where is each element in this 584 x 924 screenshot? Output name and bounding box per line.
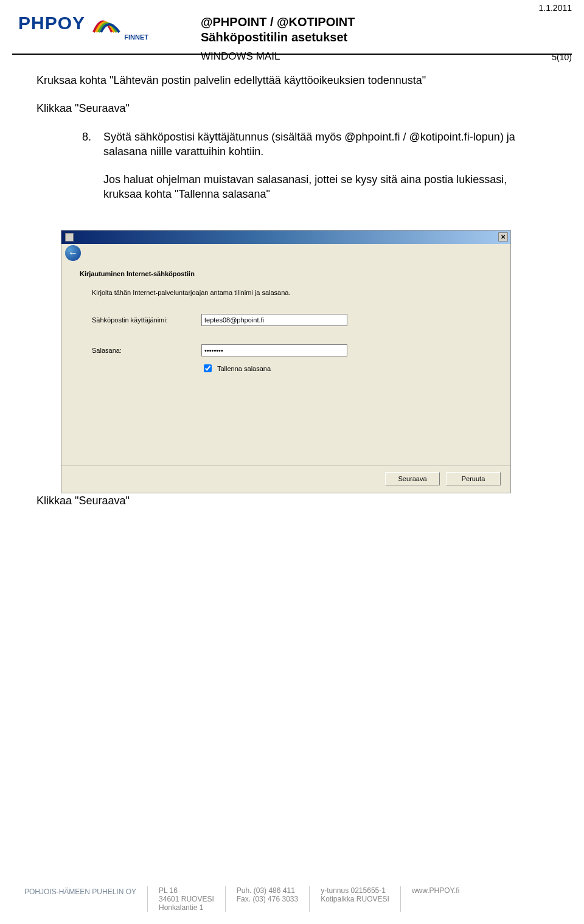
paragraph-after-wizard: Klikkaa "Seuraava" <box>36 493 548 508</box>
paragraph-1: Kruksaa kohta "Lähtevän postin palvelin … <box>36 73 548 88</box>
remember-label: Tallenna salasana <box>217 364 271 373</box>
password-row: Salasana: <box>92 344 492 356</box>
logo-swirl-icon: FINNET <box>88 8 124 38</box>
footer-address: PL 16 34601 RUOVESI Honkalantie 1 <box>147 886 225 912</box>
step-text-2: Jos haluat ohjelman muistavan salasanasi… <box>103 172 548 202</box>
footer-company: POHJOIS-HÄMEEN PUHELIN OY <box>24 886 147 912</box>
doc-title-line1: @PHPOINT / @KOTIPOINT <box>201 15 355 29</box>
wizard-button-row: Seuraava Peruuta <box>61 465 510 493</box>
step-8: 8. Syötä sähköpostisi käyttäjätunnus (si… <box>73 130 548 215</box>
password-input[interactable] <box>201 344 347 356</box>
wizard-nav-row: ← <box>61 244 510 262</box>
close-button[interactable]: ✕ <box>498 232 508 241</box>
page-number: 5(10) <box>539 52 572 62</box>
password-label: Salasana: <box>92 346 201 355</box>
back-button[interactable]: ← <box>65 245 81 261</box>
doc-title-block: @PHPOINT / @KOTIPOINT Sähköpostitilin as… <box>201 15 355 63</box>
username-label: Sähköpostin käyttäjänimi: <box>92 316 201 325</box>
remember-row: Tallenna salasana <box>201 363 492 374</box>
arrow-left-icon: ← <box>68 246 78 260</box>
username-input[interactable] <box>201 314 347 326</box>
wizard-window: ✕ ← Kirjautuminen Internet-sähköpostiin … <box>61 230 511 494</box>
doc-date: 1.1.2011 <box>539 3 572 13</box>
logo-subbrand-text: FINNET <box>124 33 148 41</box>
wizard-titlebar: ✕ <box>61 231 510 244</box>
next-button[interactable]: Seuraava <box>385 472 440 485</box>
wizard-subtext: Kirjoita tähän Internet-palveluntarjoaja… <box>92 288 492 297</box>
cancel-button[interactable]: Peruuta <box>446 472 501 485</box>
step-text-1: Syötä sähköpostisi käyttäjätunnus (sisäl… <box>103 130 548 159</box>
logo-brand-text: PHPOY <box>18 13 85 33</box>
step-number: 8. <box>73 130 91 215</box>
footer-legal: y-tunnus 0215655-1 Kotipaikka RUOVESI <box>309 886 400 912</box>
paragraph-2: Klikkaa "Seuraava" <box>36 101 548 116</box>
content-area: Kruksaa kohta "Lähtevän postin palvelin … <box>0 55 584 509</box>
wizard-heading: Kirjautuminen Internet-sähköpostiin <box>80 269 492 279</box>
logo: PHPOY FINNET <box>18 8 124 38</box>
page-footer: POHJOIS-HÄMEEN PUHELIN OY PL 16 34601 RU… <box>0 886 584 912</box>
page-header: PHPOY FINNET @PHPOINT / @KOTIPOINT Sähkö… <box>0 0 584 44</box>
footer-contact: Puh. (03) 486 411 Fax. (03) 476 3033 <box>225 886 309 912</box>
doc-meta: 1.1.2011 5(10) <box>539 3 572 62</box>
system-menu-icon[interactable] <box>65 233 74 241</box>
doc-title-line3: WINDOWS MAIL <box>201 50 355 63</box>
footer-web: www.PHPOY.fi <box>400 886 470 912</box>
doc-title-line2: Sähköpostitilin asetukset <box>201 30 355 44</box>
remember-checkbox[interactable] <box>204 364 212 372</box>
wizard-body: Kirjautuminen Internet-sähköpostiin Kirj… <box>61 262 510 381</box>
username-row: Sähköpostin käyttäjänimi: <box>92 314 492 326</box>
